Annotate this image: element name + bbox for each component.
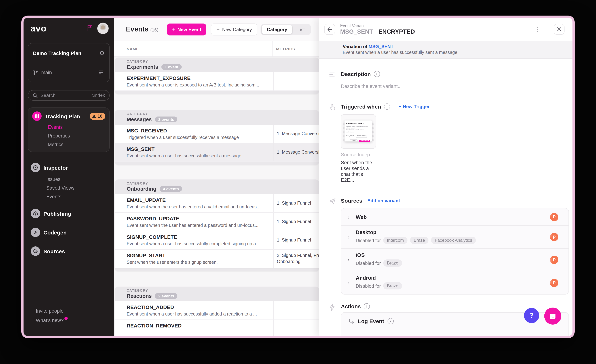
avatar[interactable] — [97, 22, 109, 34]
category-header[interactable]: CATEGORY Onboarding 4 events — [115, 179, 319, 194]
triggered-when-heading: Triggered when — [341, 104, 381, 110]
playlist-add-icon[interactable] — [98, 70, 104, 75]
category-header[interactable]: CATEGORY Experiments 1 event — [115, 58, 319, 72]
sidebar-item-publishing[interactable]: Publishing — [23, 209, 114, 218]
publishing-label: Publishing — [44, 210, 71, 216]
chevron-right-icon[interactable]: › — [348, 234, 349, 240]
sidebar-item-properties[interactable]: Properties — [48, 133, 105, 139]
avo-logo: avo — [30, 24, 46, 33]
event-row-signup-start[interactable]: SIGNUP_START Sent when the user enters t… — [115, 250, 319, 268]
event-metrics: 1: Signup Funnel — [277, 237, 319, 243]
section-footer — [115, 162, 319, 165]
event-variant-panel: Event Variant MSG_SENT - ENCRYPTED ⋮ Var… — [319, 18, 573, 336]
sidebar-item-tracking-plan[interactable]: Tracking Plan 18 — [32, 111, 105, 121]
sources-section: Sources Edit on variant — [319, 198, 573, 204]
event-metrics: 1: Signup Funnel — [277, 200, 319, 206]
issues-badge[interactable]: 18 — [89, 113, 105, 119]
tracking-plan-icon — [32, 111, 42, 121]
description-icon — [329, 71, 336, 78]
chevron-right-icon[interactable]: › — [348, 257, 349, 263]
event-row-reaction-removed[interactable]: REACTION_REMOVED — [115, 320, 319, 336]
event-row-msg-sent[interactable]: MSG_SENT Event sent when a user has succ… — [115, 143, 319, 162]
page-title: Events — [126, 25, 149, 33]
variation-of: Variation of MSG_SENT — [343, 44, 573, 49]
new-event-button[interactable]: + New Event — [167, 23, 206, 35]
column-metrics: METRICS — [276, 47, 295, 51]
category-header[interactable]: CATEGORY Messages 2 events — [115, 110, 319, 125]
description-section: Description i Describe the event variant… — [319, 71, 573, 89]
edit-on-variant-link[interactable]: Edit on variant — [367, 198, 400, 203]
sidebar-item-inspector-events[interactable]: Events — [46, 194, 114, 199]
toggle-list[interactable]: List — [292, 25, 310, 34]
event-row-msg-received[interactable]: MSG_RECEIVED Triggered when a user succe… — [115, 125, 319, 143]
whats-new-link[interactable]: What's new? — [36, 318, 64, 323]
codegen-icon — [31, 228, 40, 237]
events-header: Events (16) + New Event + New Category C… — [114, 18, 319, 41]
chevron-right-icon[interactable]: › — [348, 214, 349, 220]
info-icon[interactable]: i — [387, 318, 394, 324]
question-mark-icon: ? — [529, 312, 534, 319]
more-menu-icon[interactable]: ⋮ — [535, 26, 541, 33]
sidebar-top: avo — [23, 18, 114, 39]
workspace-row[interactable]: Demo Tracking Plan ⚙ — [28, 44, 109, 63]
variation-link[interactable]: MSG_SENT — [369, 44, 394, 49]
chevron-right-icon[interactable]: › — [348, 280, 349, 286]
sidebar-item-inspector[interactable]: Inspector — [23, 163, 114, 172]
source-row-ios[interactable]: › iOS Disabled for Braze P — [341, 249, 568, 271]
log-event-label: Log Event — [358, 318, 384, 324]
event-metrics: 1: Message Conversion Fu — [277, 131, 319, 137]
category-count-badge: 4 events — [160, 186, 182, 192]
source-badge: P — [550, 279, 558, 287]
source-row-web[interactable]: › Web P — [341, 208, 568, 226]
panel-header: Event Variant MSG_SENT - ENCRYPTED ⋮ — [319, 18, 573, 41]
chat-bubble-icon — [549, 312, 557, 320]
sidebar-item-events[interactable]: Events — [48, 125, 105, 130]
flag-icon[interactable] — [87, 25, 93, 31]
event-metrics: 2: Signup Funnel, Free-Ne Onboarding — [277, 253, 319, 265]
sidebar-item-sources[interactable]: Sources — [23, 246, 114, 256]
info-icon[interactable]: i — [384, 104, 390, 110]
event-row-password-update[interactable]: PASSWORD_UPDATE Event sent when the user… — [115, 213, 319, 231]
source-row-android[interactable]: › Android Disabled for Braze P — [341, 271, 568, 294]
sidebar-item-saved-views[interactable]: Saved Views — [46, 185, 114, 191]
trigger-source-label: Source Indep... — [341, 152, 376, 157]
branch-row[interactable]: main — [28, 63, 109, 82]
chat-button[interactable] — [544, 308, 561, 325]
sidebar-item-codegen[interactable]: Codegen — [23, 228, 114, 237]
source-row-desktop[interactable]: › Desktop Disabled for Intercom Braze Fa… — [341, 226, 568, 249]
back-button[interactable] — [324, 24, 335, 35]
search-placeholder: Search — [41, 93, 55, 98]
publishing-icon — [31, 209, 40, 218]
category-count-badge: 1 event — [161, 64, 182, 70]
toggle-category[interactable]: Category — [262, 25, 292, 34]
event-row-experiment-exposure[interactable]: EXPERIMENT_EXPOSURE Event sent when a us… — [115, 72, 319, 91]
sources-heading: Sources — [341, 198, 362, 204]
new-category-button[interactable]: + New Category — [211, 23, 257, 35]
arrow-left-icon — [327, 27, 332, 32]
paper-plane-icon — [329, 198, 336, 205]
new-trigger-link[interactable]: + New Trigger — [399, 104, 430, 109]
event-row-reaction-added[interactable]: REACTION_ADDED Event sent when a user ha… — [115, 301, 319, 320]
close-button[interactable] — [554, 24, 565, 35]
variation-description: Event sent when a user has successfully … — [343, 50, 573, 55]
destination-pill: Braze — [383, 260, 402, 267]
invite-people-link[interactable]: Invite people — [36, 308, 64, 314]
help-button[interactable]: ? — [524, 308, 539, 323]
category-header[interactable]: CATEGORY Reactions 2 events — [115, 287, 319, 301]
search-input[interactable]: Search cmd+k — [28, 90, 110, 101]
info-icon[interactable]: i — [364, 303, 370, 309]
event-metrics: 1: Message Conversion Fu — [277, 149, 319, 156]
gear-icon[interactable]: ⚙ — [99, 50, 104, 56]
trigger-description: Sent when the user sends a chat that's E… — [341, 160, 376, 183]
event-row-signup-complete[interactable]: SIGNUP_COMPLETE Event sent when a user h… — [115, 231, 319, 250]
event-row-email-update[interactable]: EMAIL_UPDATE Event sent when the user ha… — [115, 194, 319, 213]
plus-icon: + — [216, 26, 220, 32]
sidebar-item-issues[interactable]: Issues — [46, 177, 114, 182]
description-placeholder[interactable]: Describe the event variant... — [341, 84, 573, 89]
sidebar-item-metrics[interactable]: Metrics — [48, 142, 105, 147]
app-window: avo Demo Tracking Plan ⚙ — [21, 15, 575, 338]
info-icon[interactable]: i — [374, 71, 380, 77]
sources-label: Sources — [44, 248, 65, 254]
tracking-plan-label: Tracking Plan — [45, 113, 80, 119]
trigger-card[interactable]: Create event variant Give the variant a … — [341, 114, 376, 183]
